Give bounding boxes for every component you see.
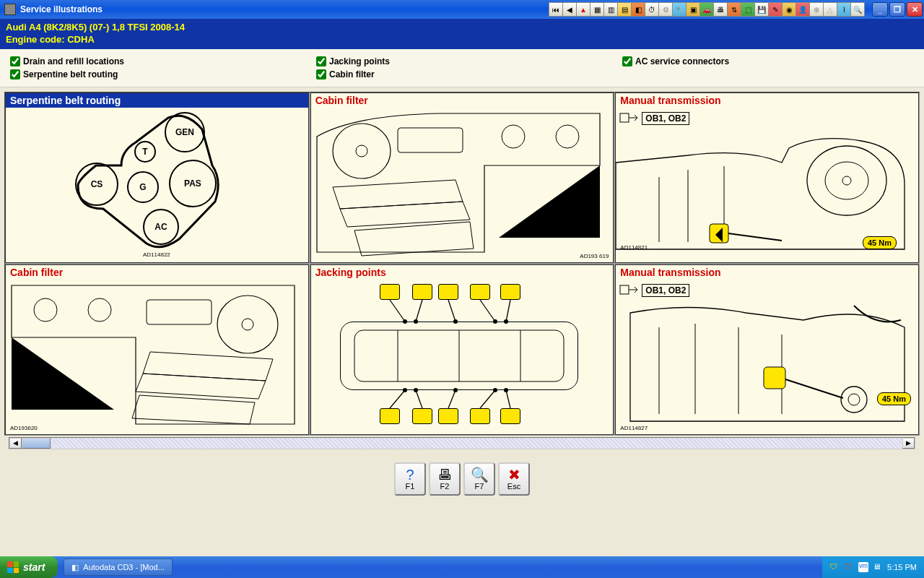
toolbar-airbag-icon[interactable]: 👤 [796,2,810,17]
toolbar-schedule-icon[interactable]: ▦ [590,2,604,17]
cabin-diagram [311,108,614,261]
cabin-diagram2 [6,280,308,433]
ref-label: AD193 619 [580,253,609,259]
illus-title: Manual transmission [616,93,918,108]
jack-icon [412,408,432,424]
start-button[interactable]: start [0,556,58,578]
illus-body: OB1, OB2 45 Nm AD114821 [616,108,918,261]
jack-icon [412,284,432,300]
toolbar-save-icon[interactable]: 💾 [754,2,769,17]
svg-line-25 [416,390,422,408]
maximize-button[interactable]: ❐ [889,2,905,17]
illus-panel-jacking[interactable]: Jacking points [310,264,614,435]
chk-jack[interactable]: Jacking points [316,56,608,66]
toolbar-data-icon[interactable]: ▥ [603,2,618,17]
ref-label: AD114821 [620,244,648,251]
jack-icon [438,284,458,300]
hscrollbar[interactable]: ◀ ▶ [9,437,915,449]
system-tray[interactable]: 🛡 🛡 vm 🖥 5:15 PM [822,556,924,578]
close-button[interactable]: ✕ [907,2,923,17]
filter-panel: Drain and refill locations Jacking point… [0,49,924,87]
esc-close-button[interactable]: ✖Esc [498,462,530,496]
svg-line-21 [448,300,456,322]
tray-shield-icon[interactable]: 🛡 [829,562,840,572]
tray-clock[interactable]: 5:15 PM [887,563,917,571]
minimize-button[interactable]: _ [872,2,888,17]
svg-rect-39 [620,285,629,294]
toolbar-wiring-icon[interactable]: ⌇ [837,2,851,17]
scroll-thumb[interactable] [22,438,51,449]
chk-drain[interactable]: Drain and refill locations [10,56,302,66]
illus-body [311,280,614,433]
toolbar-edit-icon[interactable]: ✎ [768,2,783,17]
jack-icon [470,408,490,424]
chk-serp[interactable]: Serpentine belt routing [10,69,302,79]
toolbar-car-icon[interactable]: 🚗 [699,2,714,17]
pulley-gen: GEN [165,112,205,152]
toolbar-illus-icon[interactable]: ◧ [631,2,645,17]
app-icon [4,4,16,15]
toolbar-parts-icon[interactable]: ▣ [686,2,700,17]
window-title: Service illustrations [19,4,103,14]
svg-line-20 [416,300,422,322]
trans-plug-icon [619,111,640,125]
illus-title: Cabin filter [311,93,614,108]
scroll-right-icon[interactable]: ▶ [902,438,915,449]
toolbar-stopwatch-icon[interactable]: ⏱ [645,2,659,17]
illus-panel-cabin2[interactable]: Cabin filter AD193620 [5,264,309,435]
illustrations-area: Serpentine belt routing GEN T CS G PAS A… [0,87,924,454]
trans-plug-icon [619,282,640,297]
tray-vm-icon[interactable]: vm [858,562,868,572]
f7-zoom-button[interactable]: 🔍F7 [463,462,495,496]
scroll-left-icon[interactable]: ◀ [9,438,22,449]
illus-body: AD193 619 [311,108,614,261]
illus-panel-trans2[interactable]: Manual transmission OB1, OB2 45 Nm AD114… [615,264,919,435]
window-buttons: _ ❐ ✕ [871,2,923,17]
svg-line-28 [506,390,510,408]
toolbar-diag-icon[interactable]: ⬚ [741,2,755,17]
illus-title: Cabin filter [6,265,308,280]
illus-title: Jacking points [311,265,614,280]
illus-panel-serpentine[interactable]: Serpentine belt routing GEN T CS G PAS A… [5,92,309,263]
svg-line-22 [480,300,495,322]
toolbar-abs-icon[interactable]: ◉ [782,2,796,17]
f1-help-button[interactable]: ?F1 [394,462,426,496]
ref-label: AD114822 [143,251,170,258]
chk-cabin[interactable]: Cabin filter [316,69,608,79]
pulley-t: T [134,141,156,163]
jack-icon [380,284,400,300]
trans-sublabel: OB1, OB2 [642,112,689,125]
toolbar-search-icon[interactable]: 🔍 [850,2,865,17]
illus-panel-trans1[interactable]: Manual transmission OB1, OB2 45 Nm AD114… [615,92,919,263]
toolbar-notes-icon[interactable]: ▤ [617,2,632,17]
toolbar-first-icon[interactable]: ⏮ [549,2,563,17]
toolbar-steering-icon[interactable]: ⊕ [809,2,824,17]
scroll-track[interactable] [22,438,902,449]
toolbar-warning-icon[interactable]: ▲ [576,2,590,17]
toolbar-ac-icon[interactable]: △ [823,2,837,17]
zoom-icon: 🔍 [471,467,489,482]
vehicle-header: Audi A4 (8K2/8K5) (07-) 1,8 TFSI 2008-14… [0,19,924,49]
jack-icon [500,408,520,424]
illus-title: Serpentine belt routing [6,93,308,108]
jack-icon [438,408,458,424]
toolbar-sort-icon[interactable]: ⇅ [727,2,741,17]
illus-title: Manual transmission [616,265,918,280]
tray-monitor-icon[interactable]: 🖥 [873,562,883,572]
svg-line-24 [390,390,405,408]
illus-panel-cabin1[interactable]: Cabin filter AD193 619 [310,92,614,263]
toolbar-wrench-icon[interactable]: 🔧 [672,2,687,17]
pulley-ac: AC [143,209,179,245]
toolbar-gear-icon[interactable]: ⚙ [658,2,673,17]
chk-ac[interactable]: AC service connectors [622,56,914,66]
svg-line-23 [506,300,510,322]
printer-icon: 🖶 [437,467,452,482]
toolbar-print-icon[interactable]: 🖶 [713,2,728,17]
taskbar-app-button[interactable]: ◧ Autodata CD3 - [Mod... [64,558,173,576]
svg-line-19 [390,300,405,322]
task-app-icon: ◧ [71,563,79,572]
illustrations-grid: Serpentine belt routing GEN T CS G PAS A… [4,92,920,436]
toolbar-prev-icon[interactable]: ◀ [562,2,577,17]
tray-shield2-icon[interactable]: 🛡 [844,562,854,572]
f2-print-button[interactable]: 🖶F2 [429,462,461,496]
